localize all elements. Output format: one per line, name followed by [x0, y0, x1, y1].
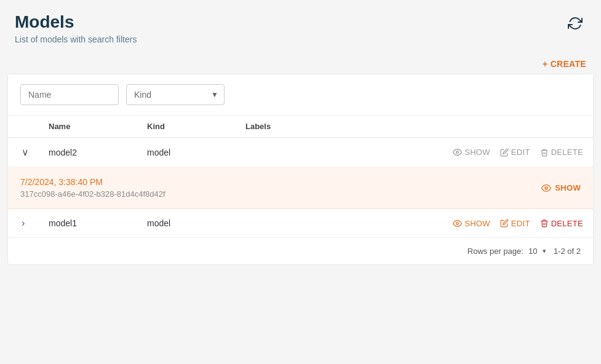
show-button-model2[interactable]: SHOW — [453, 148, 490, 157]
edit-button-model2[interactable]: EDIT — [500, 148, 530, 157]
rows-per-page-select[interactable]: 10 25 50 — [528, 247, 546, 256]
page-title: Models — [15, 12, 586, 32]
eye-icon-model1 — [453, 219, 462, 228]
main-content: Kind model pipeline dataset ▼ Name Kind … — [7, 74, 594, 265]
expanded-row-model2: 7/2/2024, 3:38:40 PM 317cc098-a46e-4f02-… — [8, 167, 593, 209]
delete-button-model1[interactable]: DELETE — [540, 219, 583, 228]
row-kind-model1: model — [147, 218, 245, 228]
row-kind-model2: model — [147, 148, 245, 157]
expand-cell: ∨ — [18, 145, 49, 159]
col-header-kind: Kind — [147, 122, 245, 131]
chevron-down-icon: ∨ — [22, 147, 29, 157]
svg-point-2 — [456, 222, 459, 224]
expanded-timestamp: 7/2/2024, 3:38:40 PM — [20, 177, 165, 187]
name-filter-input[interactable] — [20, 84, 119, 105]
eye-icon — [453, 148, 462, 157]
row-name-model2: model2 — [49, 148, 147, 157]
chevron-right-icon: › — [22, 218, 25, 228]
expanded-info: 7/2/2024, 3:38:40 PM 317cc098-a46e-4f02-… — [20, 177, 165, 199]
pencil-icon-model1 — [500, 219, 509, 228]
rows-per-page-label: Rows per page: — [468, 247, 523, 256]
expand-button-model2[interactable]: ∨ — [18, 145, 33, 159]
expanded-uuid: 317cc098-a46e-4f02-b328-81d4c4f8d42f — [20, 189, 165, 199]
trash-icon-model1 — [540, 219, 549, 228]
rows-select-wrapper: 10 25 50 ▾ — [528, 247, 546, 256]
pagination-row: Rows per page: 10 25 50 ▾ 1-2 of 2 — [8, 238, 593, 264]
col-header-labels: Labels — [245, 122, 583, 131]
row-actions-model2: SHOW EDIT DELETE — [245, 148, 583, 157]
kind-filter-select[interactable]: Kind model pipeline dataset — [126, 84, 225, 105]
refresh-icon — [568, 16, 583, 31]
trash-icon — [540, 148, 549, 157]
filters-row: Kind model pipeline dataset ▼ — [8, 74, 593, 116]
row-name-model1: model1 — [49, 218, 147, 228]
create-button[interactable]: + CREATE — [543, 59, 586, 69]
edit-button-model1[interactable]: EDIT — [500, 219, 530, 228]
table-row-model1: › model1 model SHOW ED — [8, 209, 593, 238]
expanded-show-button[interactable]: SHOW — [541, 183, 581, 193]
page-wrapper: Models List of models with search filter… — [0, 0, 601, 364]
eye-icon-expanded — [541, 183, 551, 193]
page-info: 1-2 of 2 — [554, 247, 581, 256]
delete-button-model2[interactable]: DELETE — [540, 148, 583, 157]
rows-per-page-wrapper: Rows per page: 10 25 50 ▾ — [468, 247, 546, 256]
expand-button-model1[interactable]: › — [18, 216, 28, 230]
table-row: ∨ model2 model SHOW ED — [8, 138, 593, 167]
show-button-model1[interactable]: SHOW — [453, 219, 490, 228]
svg-point-0 — [456, 151, 459, 154]
col-header-expand — [18, 122, 49, 131]
header-section: Models List of models with search filter… — [0, 0, 601, 54]
table-header: Name Kind Labels — [8, 116, 593, 138]
pencil-icon — [500, 148, 509, 157]
kind-filter-wrapper: Kind model pipeline dataset ▼ — [126, 84, 225, 105]
row-actions-model1: SHOW EDIT DELETE — [245, 219, 583, 228]
refresh-button[interactable] — [564, 12, 586, 34]
page-subtitle: List of models with search filters — [15, 34, 586, 44]
svg-point-1 — [545, 187, 547, 189]
toolbar: + CREATE — [0, 54, 601, 74]
expand-cell-model1: › — [18, 216, 49, 230]
col-header-name: Name — [49, 122, 147, 131]
